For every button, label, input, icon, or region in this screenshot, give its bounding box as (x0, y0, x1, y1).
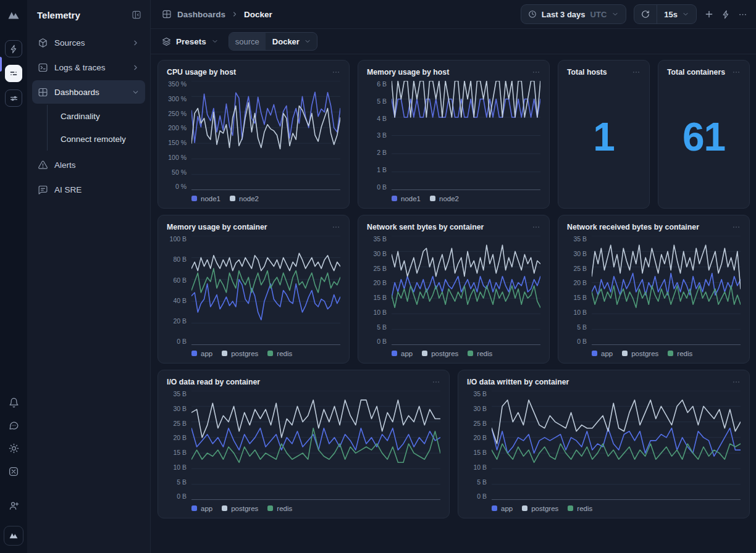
sidebar-item-ai-sre[interactable]: AI SRE (32, 178, 145, 201)
logo-button[interactable] (4, 526, 23, 546)
chart-plot[interactable] (492, 391, 741, 500)
panel-menu-icon[interactable] (332, 68, 340, 77)
legend-item-postgres[interactable]: postgres (622, 350, 658, 357)
legend-item-postgres[interactable]: postgres (222, 350, 258, 357)
chart-plot[interactable] (191, 391, 440, 500)
refresh-button[interactable] (634, 5, 657, 23)
refresh-interval-select[interactable]: 15s (657, 5, 696, 23)
chevron-down-icon (211, 38, 219, 45)
panel-title: Network sent bytes by container (367, 223, 484, 231)
legend-item-app[interactable]: app (191, 505, 212, 512)
series-line-node1 (392, 99, 540, 117)
legend-swatch (230, 196, 235, 201)
time-range-picker[interactable]: Last 3 days UTC (521, 4, 627, 24)
chart-plot[interactable] (191, 236, 340, 345)
sidebar-subitem-connect-remotely[interactable]: Connect remotely (48, 128, 145, 151)
zap-icon[interactable] (5, 40, 22, 57)
y-tick-label: 150 % (168, 139, 187, 146)
invite-user-icon[interactable] (9, 501, 19, 511)
legend-label: node2 (439, 195, 459, 202)
y-tick-label: 300 % (168, 96, 187, 102)
legend-item-app[interactable]: app (492, 505, 513, 512)
legend-item-node1[interactable]: node1 (392, 195, 421, 202)
panel-header: I/O data read by container (167, 378, 440, 386)
chart-legend: node1node2 (367, 194, 540, 202)
panel-menu-icon[interactable] (732, 223, 741, 231)
y-tick-label: 20 B (173, 434, 187, 441)
add-panel-icon[interactable] (704, 9, 714, 19)
sun-icon[interactable] (9, 443, 19, 454)
presets-button[interactable]: Presets (162, 37, 219, 46)
more-menu-icon[interactable] (738, 10, 747, 19)
y-axis-labels: 35 B30 B25 B20 B15 B10 B5 B0 B (167, 391, 191, 500)
legend-item-redis[interactable]: redis (267, 505, 292, 512)
y-tick-label: 35 B (573, 236, 587, 243)
legend-swatch (468, 351, 473, 356)
y-axis-labels: 35 B30 B25 B20 B15 B10 B5 B0 B (567, 236, 592, 345)
chart-area: 35 B30 B25 B20 B15 B10 B5 B0 B (567, 236, 741, 345)
breadcrumb-section[interactable]: Dashboards (177, 10, 225, 19)
chart-plot[interactable] (392, 236, 540, 345)
legend-item-node1[interactable]: node1 (191, 195, 220, 202)
series-line-postgres (392, 245, 540, 276)
sidebar-item-alerts[interactable]: Alerts (32, 153, 145, 177)
sidebar-subitem-cardinality[interactable]: Cardinality (48, 105, 145, 128)
chat-icon[interactable] (9, 420, 19, 431)
sidebar-item-sources[interactable]: Sources (32, 31, 145, 54)
y-tick-label: 25 B (473, 420, 487, 427)
legend-swatch (267, 505, 273, 511)
legend-item-redis[interactable]: redis (468, 350, 492, 357)
legend-label: app (601, 350, 613, 357)
legend-item-postgres[interactable]: postgres (222, 505, 258, 512)
collapse-sidebar-icon[interactable] (132, 10, 141, 20)
clock-icon (528, 10, 537, 19)
presets-label: Presets (176, 37, 206, 46)
panel-menu-icon[interactable] (432, 378, 440, 386)
sidebar-item-dashboards[interactable]: Dashboards (32, 80, 145, 104)
panel-menu-icon[interactable] (732, 378, 741, 386)
legend-item-app[interactable]: app (392, 350, 413, 357)
y-tick-label: 50 % (172, 169, 187, 176)
chart-legend: apppostgresredis (167, 504, 440, 512)
chart-plot[interactable] (392, 81, 540, 190)
sidebar-item-label: Logs & traces (54, 63, 106, 72)
y-tick-label: 10 B (173, 464, 187, 471)
legend-item-redis[interactable]: redis (267, 350, 292, 357)
panel-title: Network received bytes by container (567, 223, 699, 231)
legend-item-app[interactable]: app (592, 350, 613, 357)
sidebar-item-logs-traces[interactable]: Logs & traces (32, 56, 145, 79)
filter-key: source (229, 33, 266, 50)
y-tick-label: 60 B (173, 277, 187, 284)
stat-value: 1 (567, 72, 640, 202)
y-tick-label: 2 B (377, 149, 387, 156)
legend-item-postgres[interactable]: postgres (522, 505, 558, 512)
source-filter[interactable]: source Docker (229, 32, 317, 51)
legend-item-redis[interactable]: redis (568, 505, 592, 512)
sidebar-header: Telemetry (27, 0, 150, 30)
panel-menu-icon[interactable] (532, 223, 540, 231)
apps-icon[interactable] (8, 466, 19, 477)
legend-item-app[interactable]: app (191, 350, 212, 357)
chart-plot[interactable] (191, 81, 340, 190)
panel-menu-icon[interactable] (332, 223, 340, 231)
legend-item-redis[interactable]: redis (668, 350, 692, 357)
legend-item-node2[interactable]: node2 (230, 195, 259, 202)
y-tick-label: 15 B (473, 449, 487, 456)
flows-icon[interactable] (5, 65, 22, 82)
chart-plot[interactable] (592, 236, 741, 345)
main-area: Dashboards Docker Last 3 days UTC (151, 0, 756, 553)
chart-area: 100 B80 B60 B40 B20 B0 B (167, 236, 340, 345)
y-axis-labels: 6 B5 B4 B3 B2 B1 B0 B (367, 81, 392, 190)
sliders-icon[interactable] (5, 89, 22, 107)
legend-item-postgres[interactable]: postgres (422, 350, 458, 357)
y-tick-label: 35 B (473, 391, 487, 397)
panel-menu-icon[interactable] (532, 68, 540, 77)
legend-swatch (592, 351, 597, 356)
y-tick-label: 0 B (177, 493, 187, 500)
y-tick-label: 3 B (377, 132, 387, 139)
legend-item-node2[interactable]: node2 (430, 195, 459, 202)
y-tick-label: 5 B (177, 479, 187, 486)
y-tick-label: 0 B (377, 338, 387, 345)
bell-icon[interactable] (9, 397, 19, 408)
zap-icon[interactable] (721, 10, 731, 19)
